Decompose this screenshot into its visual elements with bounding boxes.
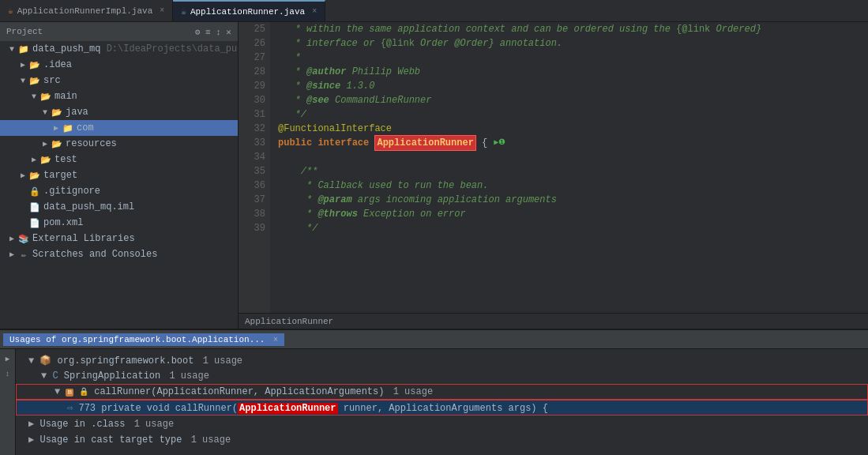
com-label: com bbox=[77, 122, 94, 133]
usage-item-method[interactable]: ▼ m 🔒 callRunner(ApplicationRunner, Appl… bbox=[16, 384, 868, 400]
bottom-panel: Usages of org.springframework.boot.Appli… bbox=[0, 329, 868, 455]
bottom-tab-usages[interactable]: Usages of org.springframework.boot.Appli… bbox=[3, 333, 284, 346]
project-icon: 📁 bbox=[17, 43, 30, 55]
arrow-idea: ▶ bbox=[17, 60, 28, 70]
arrow-main: ▼ bbox=[28, 92, 39, 101]
sidebar-item-iml[interactable]: 📄 data_push_mq.iml bbox=[0, 199, 238, 215]
arrow-resources: ▶ bbox=[39, 139, 51, 149]
project-root-label: data_push_mq D:\IdeaProjects\data_push_m… bbox=[32, 43, 239, 55]
tab-bar: ☕ ApplicationRunnerImpl.java × ☕ Applica… bbox=[0, 0, 868, 22]
code-line-34 bbox=[278, 150, 868, 164]
gitignore-icon: 🔒 bbox=[28, 185, 41, 197]
line-num-38: 38 bbox=[239, 207, 265, 221]
bottom-tab-bar: Usages of org.springframework.boot.Appli… bbox=[0, 330, 868, 349]
bottom-left-panel: ▶ ↕ ▼ 📦 org.springframework.boot 1 usage… bbox=[0, 349, 868, 455]
expand-arrow: ▼ bbox=[28, 355, 39, 367]
breadcrumb-bar: ApplicationRunner bbox=[239, 313, 868, 329]
side-icon-1[interactable]: ▶ bbox=[2, 352, 14, 365]
bottom-tab-close[interactable]: × bbox=[273, 336, 278, 344]
iml-label: data_push_mq.iml bbox=[43, 201, 134, 212]
sidebar-item-resources[interactable]: ▶ 📂 resources bbox=[0, 136, 238, 152]
usage-item-class-usage[interactable]: ▶ Usage in .class 1 usage bbox=[16, 416, 868, 431]
ext-libs-icon: 📚 bbox=[17, 232, 30, 245]
line-num-29: 29 bbox=[239, 79, 265, 93]
line-num-37: 37 bbox=[239, 193, 265, 207]
arrow-src: ▼ bbox=[17, 77, 28, 85]
sidebar-item-main[interactable]: ▼ 📂 main bbox=[0, 88, 238, 104]
main-icon: 📂 bbox=[39, 90, 52, 103]
arrow-test: ▶ bbox=[28, 155, 39, 164]
usage-item-class[interactable]: ▼ C SpringApplication 1 usage bbox=[16, 368, 868, 384]
bottom-content: ▼ 📦 org.springframework.boot 1 usage ▼ C… bbox=[16, 349, 868, 455]
project-root[interactable]: ▼ 📁 data_push_mq D:\IdeaProjects\data_pu… bbox=[0, 41, 238, 57]
scratches-icon: ✏️ bbox=[17, 248, 30, 261]
ext-libs-label: External Libraries bbox=[32, 233, 135, 244]
code-line-35: /** bbox=[278, 164, 868, 179]
line-num-28: 28 bbox=[239, 65, 265, 79]
line-num-30: 30 bbox=[239, 93, 265, 107]
code-editor[interactable]: 25 26 27 28 29 30 31 32 33 34 35 36 37 3… bbox=[239, 22, 868, 313]
code-content[interactable]: * within the same application context an… bbox=[270, 22, 868, 313]
sidebar-item-target[interactable]: ▶ 📂 target bbox=[0, 167, 238, 183]
sidebar-header: Project ⚙ ≡ ↕ ✕ bbox=[0, 22, 238, 41]
java-folder-icon: 📂 bbox=[51, 106, 63, 118]
usage-item-package[interactable]: ▼ 📦 org.springframework.boot 1 usage bbox=[16, 352, 868, 368]
pom-label: pom.xml bbox=[43, 217, 83, 228]
tab-close-2[interactable]: × bbox=[312, 7, 317, 16]
arrow-target: ▶ bbox=[17, 171, 28, 180]
java-icon: ☕ bbox=[8, 6, 13, 16]
main-label: main bbox=[54, 91, 77, 102]
line-num-33: 33 bbox=[239, 136, 265, 150]
usage-item-cast-usage[interactable]: ▶ Usage in cast target type 1 usage bbox=[16, 431, 868, 447]
tab-close-1[interactable]: × bbox=[160, 6, 164, 15]
code-line-25: * within the same application context an… bbox=[278, 22, 868, 36]
code-line-30: * @see CommandLineRunner bbox=[278, 93, 868, 107]
code-line-26: * interface or {@link Order @Order} anno… bbox=[278, 36, 868, 51]
code-line-39: */ bbox=[278, 221, 868, 235]
sidebar-item-src[interactable]: ▼ 📂 src bbox=[0, 73, 238, 88]
iml-icon: 📄 bbox=[28, 201, 41, 213]
expand-arrow: ▼ bbox=[6, 45, 17, 54]
arrow-com: ▶ bbox=[51, 123, 62, 133]
side-icon-2[interactable]: ↕ bbox=[2, 368, 14, 381]
code-line-37: * @param args incoming application argum… bbox=[278, 193, 868, 207]
test-label: test bbox=[54, 154, 77, 165]
sidebar-item-pom[interactable]: 📄 pom.xml bbox=[0, 215, 238, 231]
content-area: 25 26 27 28 29 30 31 32 33 34 35 36 37 3… bbox=[239, 22, 868, 329]
code-line-29: * @since 1.3.0 bbox=[278, 79, 868, 93]
arrow-scratches: ▶ bbox=[6, 250, 17, 259]
arrow-ext-libs: ▶ bbox=[6, 234, 17, 243]
gitignore-label: .gitignore bbox=[43, 186, 100, 197]
line-num-26: 26 bbox=[239, 36, 265, 51]
line-num-25: 25 bbox=[239, 22, 265, 36]
sidebar-item-test[interactable]: ▶ 📂 test bbox=[0, 152, 238, 167]
code-line-31: */ bbox=[278, 107, 868, 122]
method-icon: m bbox=[66, 389, 73, 397]
line-num-31: 31 bbox=[239, 107, 265, 122]
sidebar-item-ext-libs[interactable]: ▶ 📚 External Libraries bbox=[0, 231, 238, 246]
expand-arrow-class: ▼ bbox=[41, 370, 52, 382]
code-line-38: * @throws Exception on error bbox=[278, 207, 868, 221]
code-line-28: * @author Phillip Webb bbox=[278, 65, 868, 79]
side-icons: ▶ ↕ bbox=[0, 349, 16, 455]
arrow-java: ▼ bbox=[39, 108, 51, 117]
sidebar-settings-icon[interactable]: ⚙ ≡ ↕ ✕ bbox=[195, 27, 231, 37]
line-num-35: 35 bbox=[239, 164, 265, 179]
project-label: Project bbox=[6, 27, 43, 36]
line-num-36: 36 bbox=[239, 179, 265, 193]
usage-item-code-line[interactable]: ⇨ 773 private void callRunner(Applicatio… bbox=[16, 400, 868, 416]
nav-arrow-icon: ⇨ bbox=[67, 403, 78, 414]
tab-applicationrunner[interactable]: ☕ ApplicationRunner.java × bbox=[173, 0, 325, 21]
sidebar-item-gitignore[interactable]: 🔒 .gitignore bbox=[0, 183, 238, 199]
sidebar-item-idea[interactable]: ▶ 📂 .idea bbox=[0, 57, 238, 73]
sidebar-item-com[interactable]: ▶ 📁 com bbox=[0, 120, 238, 136]
package-icon: 📦 bbox=[39, 355, 51, 367]
scratches-label: Scratches and Consoles bbox=[32, 249, 157, 260]
sidebar-item-java[interactable]: ▼ 📂 java bbox=[0, 104, 238, 120]
tab-applicationrunnerimpl[interactable]: ☕ ApplicationRunnerImpl.java × bbox=[0, 0, 173, 21]
expand-arrow-method: ▼ bbox=[54, 386, 66, 397]
java-label: java bbox=[66, 107, 88, 118]
main-area: Project ⚙ ≡ ↕ ✕ ▼ 📁 data_push_mq D:\Idea… bbox=[0, 22, 868, 329]
target-icon: 📂 bbox=[28, 169, 41, 182]
sidebar-item-scratches[interactable]: ▶ ✏️ Scratches and Consoles bbox=[0, 246, 238, 262]
